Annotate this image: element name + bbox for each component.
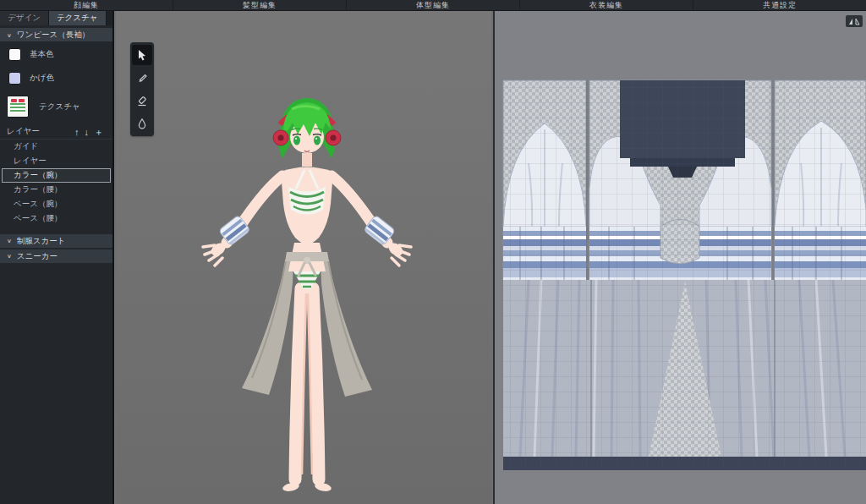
texture-thumbnail[interactable] — [7, 96, 29, 118]
base-color-label: 基本色 — [30, 49, 54, 60]
layer-item-guide[interactable]: ガイド — [0, 140, 112, 154]
top-tab-common-settings[interactable]: 共通設定 — [693, 0, 866, 10]
texture-editor-canvas[interactable] — [495, 11, 866, 504]
section-title: スニーカー — [17, 251, 58, 262]
uv-grid-overlay — [503, 80, 866, 470]
layer-item-base-arm[interactable]: ベース（腕） — [0, 197, 112, 211]
base-color-swatch[interactable] — [8, 48, 21, 61]
character-legs — [282, 288, 332, 492]
texture-label: テクスチャ — [39, 101, 80, 112]
layer-item-base-waist[interactable]: ベース（腰） — [0, 211, 112, 226]
character-head — [273, 98, 341, 158]
layer-item-color-arm[interactable]: カラー（腕） — [2, 168, 111, 183]
layers-title: レイヤー — [7, 126, 72, 137]
tab-design[interactable]: デザイン — [0, 11, 49, 25]
section-header-sneakers[interactable]: ∨ スニーカー — [0, 249, 112, 263]
base-color-row: 基本色 — [0, 43, 112, 65]
pen-icon — [136, 72, 148, 84]
layer-item-layer[interactable]: レイヤー — [0, 154, 112, 168]
add-layer-button[interactable]: ＋ — [91, 124, 106, 140]
chevron-down-icon: ∨ — [7, 31, 12, 37]
texture-editor-panel — [493, 11, 866, 504]
top-menu-bar: 顔編集 髪型編集 体型編集 衣装編集 共通設定 — [0, 0, 866, 11]
brush-tool-button[interactable] — [132, 68, 152, 88]
layer-list: ガイド レイヤー カラー（腕） カラー（腰） ベース（腕） ベース（腰） — [0, 140, 112, 226]
collapsed-sections: ∨ 制服スカート ∨ スニーカー — [0, 234, 112, 263]
sidebar: デザイン テクスチャ ∨ ワンピース（長袖） 基本色 かげ色 テクスチャ レイヤ… — [0, 11, 114, 504]
eraser-tool-button[interactable] — [132, 90, 152, 111]
move-layer-up-button[interactable]: ↑ — [72, 124, 82, 140]
shade-color-label: かげ色 — [30, 73, 54, 84]
top-tab-body-edit[interactable]: 体型編集 — [347, 0, 520, 10]
texture-thumb-detail — [19, 99, 25, 102]
chevron-down-icon: ∨ — [7, 238, 12, 244]
layer-item-color-waist[interactable]: カラー（腰） — [0, 183, 112, 197]
section-title: 制服スカート — [17, 236, 66, 247]
sidebar-tabs: デザイン テクスチャ — [0, 11, 112, 25]
section-header-onepiece[interactable]: ∨ ワンピース（長袖） — [0, 28, 112, 41]
select-tool-button[interactable] — [132, 45, 152, 65]
section-header-uniform-skirt[interactable]: ∨ 制服スカート — [0, 234, 112, 248]
shade-color-swatch[interactable] — [8, 72, 21, 85]
texture-thumb-detail — [11, 99, 17, 102]
shade-color-row: かげ色 — [0, 67, 112, 89]
flip-horizontal-icon — [848, 17, 860, 25]
droplet-icon — [136, 118, 148, 129]
cursor-icon — [136, 49, 148, 61]
layers-header: レイヤー ↑ ↓ ＋ — [0, 124, 112, 140]
move-layer-down-button[interactable]: ↓ — [82, 124, 92, 140]
model-viewport[interactable] — [116, 11, 491, 504]
tab-texture[interactable]: テクスチャ — [49, 11, 107, 25]
eraser-icon — [136, 95, 148, 107]
paint-toolbar — [130, 42, 154, 136]
top-tab-face-edit[interactable]: 顔編集 — [0, 0, 173, 10]
character-neck — [302, 153, 312, 167]
character-model[interactable] — [152, 80, 423, 503]
top-tab-outfit-edit[interactable]: 衣装編集 — [520, 0, 693, 10]
texture-thumb-stripes — [10, 103, 25, 112]
top-tab-hair-edit[interactable]: 髪型編集 — [173, 0, 347, 10]
blur-tool-button[interactable] — [132, 113, 152, 134]
chevron-down-icon: ∨ — [7, 253, 12, 259]
mirror-view-button[interactable] — [846, 15, 863, 27]
texture-row: テクスチャ — [0, 92, 112, 121]
app-window: 顔編集 髪型編集 体型編集 衣装編集 共通設定 デザイン テクスチャ ∨ ワンピ… — [0, 0, 866, 504]
section-title: ワンピース（長袖） — [17, 30, 90, 41]
